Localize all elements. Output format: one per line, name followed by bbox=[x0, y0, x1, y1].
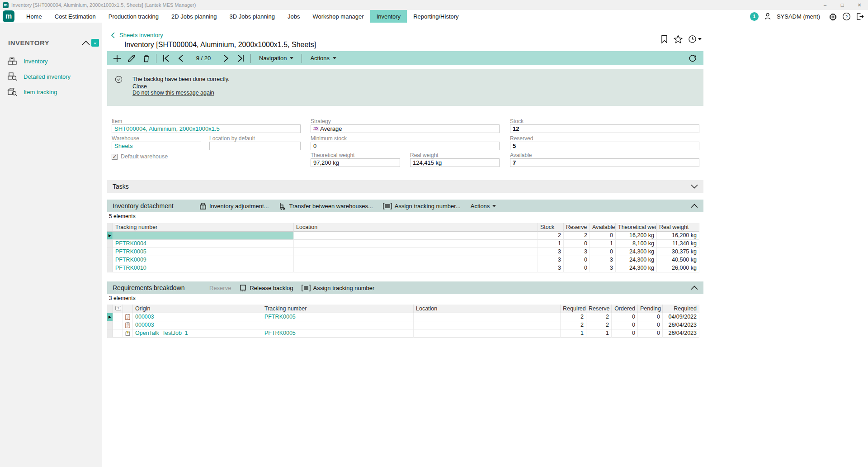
cell-tracking-number[interactable]: PFTRK0010 bbox=[113, 264, 294, 272]
cell-tracking-number[interactable]: PFTRK0005 bbox=[262, 329, 414, 338]
reserved-field[interactable]: 5 bbox=[510, 142, 699, 150]
column-header[interactable]: Tracking number bbox=[262, 305, 414, 313]
column-header[interactable]: Real weight bbox=[657, 223, 699, 232]
refresh-icon[interactable] bbox=[686, 53, 699, 64]
menu-item-production-tracking[interactable]: Production tracking bbox=[102, 10, 165, 23]
cell-ordered[interactable]: 0 bbox=[612, 321, 638, 329]
default-warehouse-checkbox[interactable]: ✓ bbox=[112, 154, 118, 160]
brand-logo[interactable]: m bbox=[3, 10, 14, 22]
user-icon[interactable] bbox=[763, 12, 772, 21]
column-header[interactable]: Location bbox=[414, 305, 561, 313]
column-header[interactable]: Tracking number bbox=[113, 223, 294, 232]
detachment-actions-dropdown[interactable]: Actions bbox=[471, 203, 496, 210]
breadcrumb[interactable]: Sheets inventory bbox=[119, 32, 163, 38]
message-dont-show-link[interactable]: Do not show this message again bbox=[132, 90, 214, 96]
item-field[interactable]: SHT000004, Aluminium, 2000x1000x1.5 bbox=[112, 124, 301, 133]
cell-tracking-number[interactable]: PFTRK0004 bbox=[113, 240, 294, 248]
menu-item-jobs[interactable]: Jobs bbox=[281, 10, 306, 23]
sidebar-item-detailed-inventory[interactable]: Detailed inventory bbox=[0, 69, 102, 84]
navigation-dropdown[interactable]: Navigation bbox=[255, 53, 298, 64]
logout-icon[interactable] bbox=[855, 12, 864, 21]
sidebar-item-item-tracking[interactable]: Item tracking bbox=[0, 84, 102, 100]
cell-available[interactable]: 1 bbox=[590, 240, 616, 248]
menu-item-workshop-manager[interactable]: Workshop manager bbox=[306, 10, 370, 23]
favorite-star-icon[interactable] bbox=[674, 35, 683, 43]
edit-pencil-button[interactable] bbox=[125, 53, 138, 64]
cell-stock[interactable]: 3 bbox=[538, 264, 564, 272]
first-record-button[interactable] bbox=[160, 53, 173, 64]
cell-location[interactable] bbox=[414, 321, 561, 329]
actions-dropdown[interactable]: Actions bbox=[306, 53, 341, 64]
menu-item-3d-jobs-planning[interactable]: 3D Jobs planning bbox=[223, 10, 281, 23]
cell-tracking-number[interactable]: PFTRK0005 bbox=[262, 313, 414, 321]
maximize-icon[interactable]: □ bbox=[834, 0, 851, 10]
cell-stock[interactable]: 1 bbox=[538, 240, 564, 248]
menu-item-inventory[interactable]: Inventory bbox=[370, 10, 407, 23]
cell-theoretical-weight[interactable]: 16,200 kg bbox=[616, 232, 657, 240]
cell-real-weight[interactable]: 11,340 kg bbox=[657, 240, 699, 248]
cell-theoretical-weight[interactable]: 24,300 kg bbox=[616, 264, 657, 272]
close-icon[interactable]: ✕ bbox=[851, 0, 868, 10]
cell-reserve[interactable]: 1 bbox=[586, 329, 612, 338]
assign-tracking-number-button[interactable]: Assign tracking number bbox=[302, 285, 375, 291]
strategy-field[interactable]: #/Σ Average bbox=[311, 124, 500, 133]
menu-item-reporting-history[interactable]: Reporting/History bbox=[407, 10, 465, 23]
sidebar-collapse-chevron-icon[interactable] bbox=[81, 40, 90, 46]
cell-real-weight[interactable]: 16,200 kg bbox=[657, 232, 699, 240]
next-record-button[interactable] bbox=[220, 53, 232, 64]
collapse-chevron-up-icon[interactable] bbox=[691, 204, 698, 208]
help-icon[interactable]: ? bbox=[842, 12, 851, 21]
column-header[interactable]: Required bbox=[561, 305, 586, 313]
column-header[interactable]: Location bbox=[294, 223, 538, 232]
inventory-adjustment-button[interactable]: Inventory adjustment... bbox=[199, 202, 269, 210]
cell-required[interactable]: 2 bbox=[561, 321, 586, 329]
minimum-stock-field[interactable]: 0 bbox=[311, 142, 500, 150]
notification-badge[interactable]: 1 bbox=[750, 12, 759, 21]
cell-real-weight[interactable]: 40,500 kg bbox=[657, 256, 699, 264]
sidebar-item-inventory[interactable]: Inventory bbox=[0, 53, 102, 69]
cell-required-date[interactable]: 26/04/2023 bbox=[663, 329, 699, 338]
cell-tracking-number[interactable]: PFTRK0009 bbox=[113, 256, 294, 264]
cell-reserve[interactable]: 0 bbox=[564, 256, 590, 264]
settings-gear-icon[interactable] bbox=[828, 12, 837, 21]
minimize-icon[interactable]: – bbox=[816, 0, 834, 10]
cell-required-date[interactable]: 26/04/2023 bbox=[663, 321, 699, 329]
cell-origin[interactable]: 000003 bbox=[133, 321, 262, 329]
cell-reserve[interactable]: 2 bbox=[586, 321, 612, 329]
cell-tracking-number[interactable]: PFTRK0005 bbox=[113, 248, 294, 256]
column-header[interactable]: Theoretical wei bbox=[616, 223, 657, 232]
menu-item-2d-jobs-planning[interactable]: 2D Jobs planning bbox=[165, 10, 223, 23]
column-header[interactable]: Required bbox=[663, 305, 699, 313]
cell-origin[interactable]: 000003 bbox=[133, 313, 262, 321]
history-clock-icon[interactable] bbox=[688, 35, 702, 43]
delete-trash-button[interactable] bbox=[140, 53, 152, 64]
real-weight-field[interactable]: 124,415 kg bbox=[410, 158, 500, 167]
location-by-default-field[interactable] bbox=[209, 142, 301, 150]
cell-reserve[interactable]: 3 bbox=[564, 248, 590, 256]
column-header[interactable]: Reserve bbox=[586, 305, 612, 313]
reserve-button[interactable]: Reserve bbox=[209, 285, 231, 291]
bookmark-icon[interactable] bbox=[660, 35, 668, 43]
cell-location[interactable] bbox=[414, 329, 561, 338]
warehouse-field[interactable]: Sheets bbox=[112, 142, 201, 150]
cell-origin[interactable]: OpenTalk_TestJob_1 bbox=[133, 329, 262, 338]
cell-reserve[interactable]: 2 bbox=[564, 232, 590, 240]
last-record-button[interactable] bbox=[234, 53, 247, 64]
column-header[interactable]: Available bbox=[590, 223, 616, 232]
cell-pending[interactable]: 0 bbox=[638, 313, 663, 321]
cell-real-weight[interactable]: 30,375 kg bbox=[657, 248, 699, 256]
cell-location[interactable] bbox=[294, 248, 538, 256]
cell-reserve[interactable]: 0 bbox=[564, 264, 590, 272]
cell-location[interactable] bbox=[294, 256, 538, 264]
cell-available[interactable]: 0 bbox=[590, 232, 616, 240]
cell-required-date[interactable]: 04/09/2022 bbox=[663, 313, 699, 321]
cell-stock[interactable]: 2 bbox=[538, 232, 564, 240]
back-chevron-icon[interactable] bbox=[111, 32, 115, 38]
cell-location[interactable] bbox=[294, 232, 538, 240]
cell-pending[interactable]: 0 bbox=[638, 321, 663, 329]
cell-tracking-number[interactable] bbox=[113, 232, 294, 240]
column-header[interactable]: Pending bbox=[638, 305, 663, 313]
cell-required[interactable]: 1 bbox=[561, 329, 586, 338]
cell-pending[interactable]: 0 bbox=[638, 329, 663, 338]
expand-chevron-down-icon[interactable] bbox=[691, 184, 698, 189]
